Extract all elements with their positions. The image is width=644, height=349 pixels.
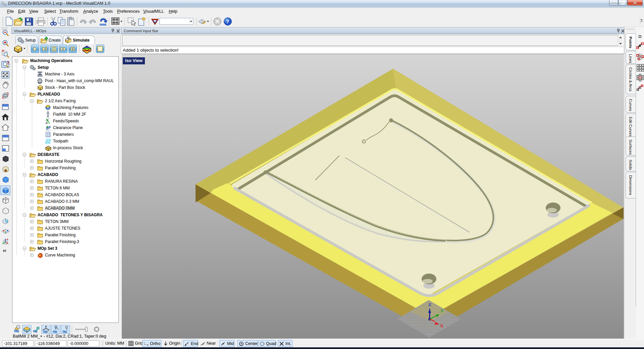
svg-text:Z: Z (428, 302, 431, 307)
svg-text:Y: Y (440, 308, 444, 313)
svg-text:?: ? (226, 18, 229, 25)
svg-text:X: X (440, 323, 443, 328)
